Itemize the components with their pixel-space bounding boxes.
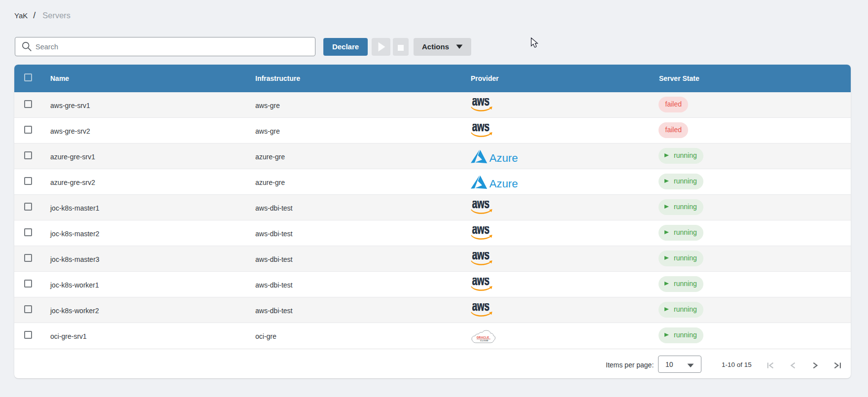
svg-text:aws: aws bbox=[472, 201, 489, 211]
svg-text:aws: aws bbox=[472, 98, 489, 108]
svg-text:CLOUD: CLOUD bbox=[480, 339, 488, 342]
svg-text:ORACLE: ORACLE bbox=[477, 336, 489, 339]
svg-text:aws: aws bbox=[472, 278, 489, 288]
svg-text:Azure: Azure bbox=[489, 152, 518, 164]
svg-text:aws: aws bbox=[472, 252, 489, 262]
svg-text:aws: aws bbox=[472, 226, 489, 237]
svg-text:Azure: Azure bbox=[489, 178, 518, 190]
svg-text:aws: aws bbox=[472, 303, 489, 314]
svg-text:aws: aws bbox=[472, 124, 489, 134]
